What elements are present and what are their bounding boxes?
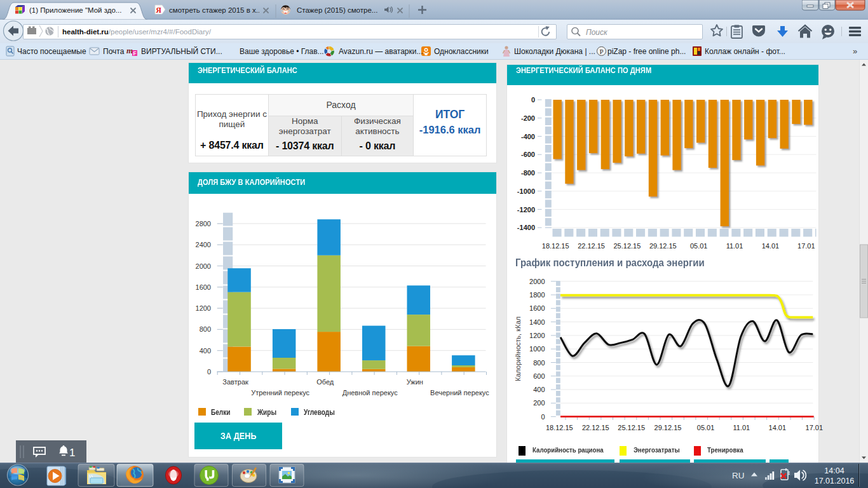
svg-text:-400: -400 <box>521 133 535 140</box>
svg-text:1400: 1400 <box>529 318 545 326</box>
svg-text:05.01: 05.01 <box>697 424 715 431</box>
svg-text:14:04: 14:04 <box>824 466 844 475</box>
svg-text:m: m <box>126 46 133 55</box>
svg-text:14.01: 14.01 <box>762 242 780 250</box>
svg-text:Утренний перекус: Утренний перекус <box>251 389 309 396</box>
svg-text:11.01: 11.01 <box>726 242 743 250</box>
svg-text:Я: Я <box>156 6 161 15</box>
svg-text:29.12.15: 29.12.15 <box>649 242 677 250</box>
svg-text:»: » <box>853 46 857 56</box>
svg-text:1000: 1000 <box>529 345 545 353</box>
svg-text:1600: 1600 <box>529 304 545 312</box>
svg-text:P: P <box>599 48 603 55</box>
svg-text:-1400: -1400 <box>517 224 535 231</box>
svg-text:22.12.15: 22.12.15 <box>582 424 609 431</box>
svg-text:Ужин: Ужин <box>407 378 423 386</box>
svg-text:17.01.2016: 17.01.2016 <box>815 477 855 485</box>
svg-text:-1200: -1200 <box>517 206 535 214</box>
svg-text:F: F <box>133 50 136 57</box>
svg-text:17.01: 17.01 <box>797 242 815 250</box>
svg-text:Вечерний перекус: Вечерний перекус <box>430 389 489 396</box>
svg-text:400: 400 <box>533 386 545 393</box>
svg-text:600: 600 <box>533 372 545 380</box>
svg-text:0: 0 <box>541 413 545 421</box>
svg-text:1600: 1600 <box>196 283 211 291</box>
svg-text:1: 1 <box>69 447 75 459</box>
svg-text:400: 400 <box>200 347 211 355</box>
svg-text:25.12.15: 25.12.15 <box>618 424 645 431</box>
svg-text:1800: 1800 <box>529 291 545 299</box>
svg-text:Завтрак: Завтрак <box>222 378 248 386</box>
svg-text:2000: 2000 <box>529 278 545 285</box>
svg-text:0: 0 <box>531 96 535 104</box>
svg-text:-600: -600 <box>521 151 535 158</box>
svg-text:-200: -200 <box>521 114 535 122</box>
svg-text:18.12.15: 18.12.15 <box>542 242 569 250</box>
svg-text:2800: 2800 <box>196 220 211 227</box>
svg-text:-1000: -1000 <box>517 187 535 195</box>
svg-text:Калорийность, кКал: Калорийность, кКал <box>514 316 522 381</box>
svg-text:05.01: 05.01 <box>690 242 708 250</box>
svg-text:17.01: 17.01 <box>806 424 824 431</box>
svg-text:22.12.15: 22.12.15 <box>578 242 605 250</box>
svg-text:200: 200 <box>533 399 545 407</box>
svg-text:RU: RU <box>732 471 745 480</box>
svg-text:2000: 2000 <box>196 262 211 270</box>
svg-text:2400: 2400 <box>196 241 211 248</box>
svg-text:18.12.15: 18.12.15 <box>546 424 573 431</box>
svg-text:25.12.15: 25.12.15 <box>613 242 641 250</box>
svg-text:0: 0 <box>207 368 211 376</box>
svg-text:29.12.15: 29.12.15 <box>654 424 682 431</box>
svg-text:1200: 1200 <box>529 332 545 339</box>
svg-text:14.01: 14.01 <box>769 424 787 431</box>
svg-text:800: 800 <box>200 325 211 333</box>
svg-text:Обед: Обед <box>316 378 334 386</box>
svg-text:1200: 1200 <box>196 304 211 312</box>
svg-text:-800: -800 <box>521 169 535 177</box>
svg-text:800: 800 <box>533 359 545 367</box>
svg-text:11.01: 11.01 <box>733 424 750 431</box>
svg-text:Дневной перекус: Дневной перекус <box>342 389 398 396</box>
